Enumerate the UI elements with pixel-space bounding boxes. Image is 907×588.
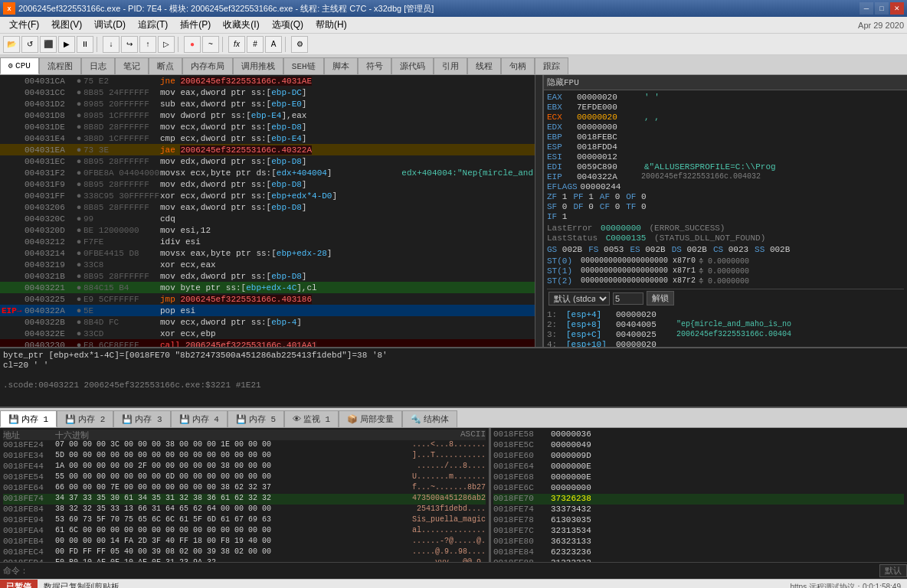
mem-hex-row[interactable]: 0018FE94 53 69 73 5F 70 75 65 6C 6C 61 5… bbox=[3, 515, 486, 526]
toolbar-runtocursor[interactable]: ▷ bbox=[158, 36, 175, 53]
mem-right-row[interactable]: 0018FE64 0000000E bbox=[493, 462, 904, 472]
disasm-scrollbar[interactable] bbox=[535, 75, 542, 347]
tab-threads[interactable]: 线程 bbox=[467, 57, 501, 74]
toolbar-fx[interactable]: fx bbox=[228, 36, 245, 53]
mem-right-row[interactable]: 0018FE6C 00000000 bbox=[493, 483, 904, 494]
disasm-row[interactable]: 004031CC ● 8B85 24FFFFFF mov eax,dword p… bbox=[0, 87, 535, 98]
mem-hex-row[interactable]: 0018FE84 38 32 32 35 33 13 66 31 64 65 6… bbox=[3, 505, 486, 515]
disasm-row[interactable]: 00403219 ● 33C8 xor ecx,eax bbox=[0, 259, 535, 270]
disasm-row[interactable]: 004031D2 ● 8985 20FFFFFF sub eax,dword p… bbox=[0, 98, 535, 109]
disasm-row[interactable]: 00403212 ● F7FE idiv esi bbox=[0, 236, 535, 247]
mem-right-row[interactable]: 0018FE70 37326238 bbox=[493, 494, 904, 505]
tab-script[interactable]: 脚本 bbox=[324, 57, 358, 74]
register-row[interactable]: EDI 0059C890 &"ALLUSERSPROFILE=C:\\Prog bbox=[547, 162, 904, 172]
menu-trace[interactable]: 追踪(T) bbox=[132, 17, 174, 33]
disasm-rows[interactable]: 004031CA ● 75 E2 jne 2006245ef322553166c… bbox=[0, 75, 535, 347]
disasm-row[interactable]: 004031F9 ● 8B95 28FFFFFF mov edx,dword p… bbox=[0, 178, 535, 190]
stack-count-input[interactable] bbox=[613, 292, 643, 305]
toolbar-trace[interactable]: ~ bbox=[202, 36, 219, 53]
disasm-row[interactable]: 0040321B ● 8B95 28FFFFFF mov edx,dword p… bbox=[0, 270, 535, 282]
flag-zf[interactable]: ZF 1 bbox=[547, 192, 567, 201]
menu-options[interactable]: 选项(Q) bbox=[266, 17, 309, 33]
disasm-row[interactable]: 0040322E ● 33CD xor ecx,ebp bbox=[0, 328, 535, 339]
mem-right-row[interactable]: 0018FE5C 00000049 bbox=[493, 440, 904, 451]
disasm-row[interactable]: 004031E4 ● 3B8D 1CFFFFFF cmp ecx,dword p… bbox=[0, 132, 535, 144]
toolbar-settings[interactable]: ⚙ bbox=[291, 36, 308, 53]
tab-notes[interactable]: 笔记 bbox=[115, 57, 149, 74]
toolbar-open[interactable]: 📂 bbox=[3, 36, 20, 53]
tab-symbols[interactable]: 符号 bbox=[358, 57, 391, 74]
toolbar-stepout[interactable]: ↑ bbox=[139, 36, 156, 53]
memtab-watch1[interactable]: 👁 监视 1 bbox=[284, 410, 339, 427]
disasm-row[interactable]: 00403206 ● 8B85 28FFFFFF mov eax,dword p… bbox=[0, 201, 535, 213]
mem-right-row[interactable]: 0018FE78 61303035 bbox=[493, 515, 904, 526]
toolbar-restart[interactable]: ↺ bbox=[21, 36, 38, 53]
flag-tf[interactable]: TF 0 bbox=[626, 202, 646, 211]
toolbar-stepover[interactable]: ↪ bbox=[121, 36, 138, 53]
mem-right[interactable]: 0018FE58 00000036 0018FE5C 00000049 0018… bbox=[490, 428, 907, 562]
mem-right-row[interactable]: 0018FE88 31333332 bbox=[493, 558, 904, 562]
disasm-row[interactable]: 004031EC ● 8B95 28FFFFFF mov edx,dword p… bbox=[0, 155, 535, 167]
mem-hex-row[interactable]: 0018FE44 1A 00 00 00 00 00 2F 00 00 00 0… bbox=[3, 462, 486, 472]
menu-view[interactable]: 视图(V) bbox=[45, 17, 88, 33]
disasm-row[interactable]: EIP→ 0040322A ● 5E pop esi bbox=[0, 305, 535, 316]
mem-right-row[interactable]: 0018FE84 62323236 bbox=[493, 547, 904, 558]
tab-breakpoints[interactable]: 断点 bbox=[149, 57, 182, 74]
mem-right-row[interactable]: 0018FE58 00000036 bbox=[493, 430, 904, 440]
tab-handles[interactable]: 句柄 bbox=[501, 57, 535, 74]
tab-memlayout[interactable]: 内存布局 bbox=[182, 57, 233, 74]
cmd-default-btn[interactable]: 默认 bbox=[879, 564, 907, 577]
disasm-row[interactable]: 004031CA ● 75 E2 jne 2006245ef322553166c… bbox=[0, 75, 535, 87]
tab-cpu[interactable]: ⚙ CPU bbox=[0, 57, 39, 74]
mem-hex-row[interactable]: 0018FEB4 00 00 00 00 14 FA 2D 3F 40 FF 1… bbox=[3, 537, 486, 547]
disasm-row[interactable]: 00403225 ● E9 5CFFFFFF jmp 2006245ef3225… bbox=[0, 293, 535, 305]
toolbar-run[interactable]: ▶ bbox=[58, 36, 75, 53]
flag-if[interactable]: IF 1 bbox=[547, 212, 567, 221]
memtab-struct[interactable]: 🔩 结构体 bbox=[402, 410, 457, 427]
tab-trace[interactable]: 跟踪 bbox=[535, 57, 568, 74]
toolbar-bp[interactable]: ● bbox=[184, 36, 201, 53]
tab-source[interactable]: 源代码 bbox=[391, 57, 434, 74]
mem-hex-row[interactable]: 0018FE34 5D 00 00 00 00 00 00 00 00 00 0… bbox=[3, 451, 486, 462]
toolbar-font[interactable]: A bbox=[265, 36, 282, 53]
mem-right-row[interactable]: 0018FE80 36323133 bbox=[493, 537, 904, 547]
disasm-row[interactable]: 00403214 ● 0FBE4415 D8 movsx eax,byte pt… bbox=[0, 247, 535, 259]
maximize-button[interactable]: □ bbox=[875, 2, 889, 15]
menu-favorite[interactable]: 收藏夹(I) bbox=[217, 17, 265, 33]
mem-hex-row[interactable]: 0018FED4 F0 B0 10 AF 0F 10 AF 0F 31 23 9… bbox=[3, 558, 486, 562]
mem-hex-row[interactable]: 0018FEC4 00 FD FF FF 05 40 00 39 08 02 0… bbox=[3, 547, 486, 558]
disasm-row[interactable]: 00403230 ● E8 6CE8FFFF call 2006245ef322… bbox=[0, 339, 535, 347]
cmd-input[interactable] bbox=[31, 567, 879, 576]
register-row[interactable]: EBP 0018FEBC bbox=[547, 132, 904, 142]
mem-hex-row[interactable]: 0018FEA4 61 6C 00 00 00 00 00 00 00 00 0… bbox=[3, 526, 486, 537]
close-button[interactable]: ✕ bbox=[890, 2, 904, 15]
mem-right-row[interactable]: 0018FE74 33373432 bbox=[493, 505, 904, 515]
menu-file[interactable]: 文件(F) bbox=[3, 17, 45, 33]
flag-af[interactable]: AF 0 bbox=[600, 192, 620, 201]
flag-pf[interactable]: PF 1 bbox=[573, 192, 593, 201]
flag-cf[interactable]: CF 0 bbox=[600, 202, 620, 211]
memtab-mem3[interactable]: 💾 内存 3 bbox=[113, 410, 170, 427]
flag-of[interactable]: OF 0 bbox=[626, 192, 646, 201]
disasm-row[interactable]: 004031D8 ● 8985 1CFFFFFF mov dword ptr s… bbox=[0, 109, 535, 121]
minimize-button[interactable]: ─ bbox=[860, 2, 873, 15]
disasm-row[interactable]: 004031EA ● 73 3E jae 2006245ef322553166c… bbox=[0, 144, 535, 155]
unlock-button[interactable]: 解锁 bbox=[647, 291, 674, 305]
disasm-row[interactable]: 00403221 ● 884C15 B4 mov byte ptr ss:[eb… bbox=[0, 282, 535, 293]
toolbar-stop[interactable]: ⬛ bbox=[40, 36, 57, 53]
toolbar-hash[interactable]: # bbox=[247, 36, 264, 53]
register-row[interactable]: EBX 7EFDE000 bbox=[547, 103, 904, 112]
mem-hex-row[interactable]: 0018FE24 07 00 00 00 3C 00 00 00 38 00 0… bbox=[3, 440, 486, 451]
disasm-row[interactable]: 004031F2 ● 0FBE8A 04404000 movsx ecx,byt… bbox=[0, 167, 535, 178]
mem-right-row[interactable]: 0018FE60 0000009D bbox=[493, 451, 904, 462]
register-row[interactable]: ECX 00000020 , , bbox=[547, 113, 904, 122]
toolbar-stepinto[interactable]: ↓ bbox=[103, 36, 120, 53]
flag-df[interactable]: DF 0 bbox=[573, 202, 593, 211]
disasm-row[interactable]: 004031DE ● 8B8D 28FFFFFF mov ecx,dword p… bbox=[0, 121, 535, 132]
memtab-mem2[interactable]: 💾 内存 2 bbox=[57, 410, 113, 427]
mem-hex-row[interactable]: 0018FE54 55 00 00 00 00 00 00 00 6D 00 0… bbox=[3, 472, 486, 483]
mem-right-row[interactable]: 0018FE68 0000000E bbox=[493, 472, 904, 483]
tab-log[interactable]: 日志 bbox=[81, 57, 115, 74]
mem-hex-row[interactable]: 0018FE74 34 37 33 35 30 61 34 35 31 32 3… bbox=[3, 494, 486, 505]
disasm-row[interactable]: 004031FF ● 338C95 30FFFFFF xor ecx,dword… bbox=[0, 190, 535, 201]
